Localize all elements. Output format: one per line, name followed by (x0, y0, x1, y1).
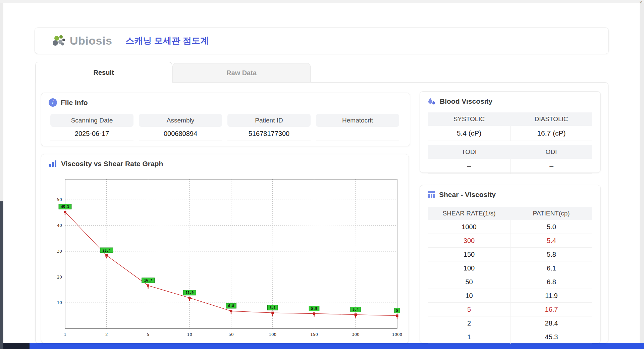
table-row: 5 16.7 (428, 303, 592, 316)
desktop-edge (0, 201, 3, 349)
svg-text:10: 10 (187, 332, 192, 337)
app-title: 스캐닝 모세관 점도계 (125, 35, 209, 47)
shear-rate-cell: 1000 (428, 220, 510, 234)
svg-text:1000: 1000 (392, 332, 402, 337)
tab-result[interactable]: Result (35, 62, 172, 83)
shear-viscosity-card: Shear - Viscosity SHEAR RATE(1/s) PATIEN… (420, 185, 601, 343)
table-row: 1 45.3 (428, 330, 592, 344)
table-row: 50 6.8 (428, 275, 592, 289)
shear-rate-cell: 2 (428, 316, 510, 330)
svg-text:6.8: 6.8 (228, 304, 234, 308)
patient-cell: 6.8 (510, 275, 592, 289)
field-label: Scanning Date (50, 114, 133, 127)
svg-text:100: 100 (269, 332, 276, 337)
field-label: Patient ID (227, 114, 311, 127)
bv-header-row-2: TODI ODI (428, 145, 592, 159)
svg-text:5.4: 5.4 (353, 308, 359, 311)
table-row: 150 5.8 (428, 248, 592, 261)
field-label: Hematocrit (316, 114, 399, 127)
svg-text:30: 30 (57, 249, 62, 254)
close-icon[interactable]: × (639, 0, 642, 5)
svg-text:300: 300 (352, 332, 360, 337)
svg-text:50: 50 (228, 332, 233, 337)
diastolic-label: DIASTOLIC (510, 112, 592, 126)
odi-label: ODI (510, 145, 592, 159)
svg-text:28.4: 28.4 (103, 249, 111, 252)
graph-title: Viscosity vs Shear Rate Graph (41, 154, 409, 168)
top-strip (0, 0, 644, 3)
shear-rate-cell: 1 (428, 330, 510, 344)
table-row: 1000 5.0 (428, 220, 592, 234)
table-row: 300 5.4 (428, 234, 592, 248)
patient-cell: 28.4 (510, 316, 592, 330)
shear-rate-cell: 10 (428, 289, 510, 303)
odi-value: – (510, 159, 592, 174)
droplets-icon (427, 97, 436, 106)
blood-viscosity-table: SYSTOLIC DIASTOLIC 5.4 (cP) 16.7 (cP) TO… (428, 112, 592, 174)
field-value: 2025-06-17 (50, 127, 133, 141)
svg-text:5.8: 5.8 (311, 307, 317, 310)
info-icon: i (49, 98, 57, 107)
file-info-title: i File Info (41, 93, 410, 107)
logo-dots-icon (52, 34, 68, 48)
app-window: Ubiosis 스캐닝 모세관 점도계 Result Raw Data i Fi… (3, 3, 640, 343)
table-row: 2 28.4 (428, 316, 592, 330)
svg-text:2: 2 (105, 332, 108, 337)
svg-text:16.7: 16.7 (144, 279, 152, 282)
patient-cell: 5.4 (510, 234, 592, 248)
bv-value-row-2: – – (428, 159, 592, 174)
tab-raw-data[interactable]: Raw Data (172, 63, 311, 82)
table-row: 100 6.1 (428, 261, 592, 275)
field-hematocrit: Hematocrit (316, 114, 399, 141)
screen: × Ubiosis 스캐닝 모세관 점도계 Result Raw Data (0, 0, 644, 349)
bv-header-row: SYSTOLIC DIASTOLIC (428, 112, 592, 126)
logo-text: Ubiosis (70, 34, 112, 47)
field-value: 51678177300 (227, 127, 311, 141)
patient-cell: 5.8 (510, 248, 592, 261)
patient-cell: 11.9 (510, 289, 592, 303)
svg-text:150: 150 (310, 332, 318, 337)
file-info-fields: Scanning Date 2025-06-17 Assembly 000680… (50, 114, 399, 141)
patient-cell: 16.7 (510, 303, 592, 316)
systolic-label: SYSTOLIC (428, 112, 510, 126)
blood-viscosity-card: Blood Viscosity SYSTOLIC DIASTOLIC 5.4 (… (420, 91, 601, 173)
svg-text:5: 5 (396, 309, 398, 312)
viscosity-graph-card: Viscosity vs Shear Rate Graph 1020304050… (41, 154, 409, 343)
shear-rate-cell: 100 (428, 261, 510, 275)
patient-cell: 45.3 (510, 330, 592, 344)
diastolic-value: 16.7 (cP) (510, 126, 592, 141)
patient-column-header: PATIENT(cp) (510, 207, 592, 220)
svg-text:45.3: 45.3 (61, 205, 69, 209)
sv-header-row: SHEAR RATE(1/s) PATIENT(cp) (428, 207, 592, 220)
bar-chart-icon (49, 160, 57, 168)
blood-viscosity-title-text: Blood Viscosity (440, 97, 492, 105)
svg-text:1: 1 (64, 332, 66, 337)
svg-text:6.1: 6.1 (270, 306, 276, 310)
header-card: Ubiosis 스캐닝 모세관 점도계 (35, 28, 609, 54)
field-label: Assembly (139, 114, 222, 127)
viscosity-shear-chart: 10203040501251050100150300100045.328.416… (41, 173, 409, 343)
shear-viscosity-title: Shear - Viscosity (420, 185, 600, 199)
field-scanning-date: Scanning Date 2025-06-17 (50, 114, 133, 141)
shear-viscosity-title-text: Shear - Viscosity (439, 191, 496, 199)
svg-text:10: 10 (57, 300, 62, 305)
shear-rate-cell: 5 (428, 303, 510, 316)
graph-title-text: Viscosity vs Shear Rate Graph (61, 160, 163, 168)
field-assembly: Assembly 000680894 (139, 114, 222, 141)
field-value: 000680894 (139, 127, 222, 141)
svg-text:40: 40 (57, 223, 62, 228)
shear-rate-cell: 300 (428, 234, 510, 248)
patient-cell: 6.1 (510, 261, 592, 275)
field-patient-id: Patient ID 51678177300 (227, 114, 311, 141)
todi-value: – (428, 159, 510, 174)
table-row: 10 11.9 (428, 289, 592, 303)
bv-value-row: 5.4 (cP) 16.7 (cP) (428, 126, 592, 141)
ubiosis-logo: Ubiosis (52, 34, 112, 48)
shear-rate-cell: 50 (428, 275, 510, 289)
file-info-card: i File Info Scanning Date 2025-06-17 Ass… (41, 93, 410, 146)
shear-rate-column-header: SHEAR RATE(1/s) (428, 207, 510, 220)
svg-text:11.9: 11.9 (185, 291, 194, 295)
systolic-value: 5.4 (cP) (428, 126, 510, 141)
svg-text:50: 50 (57, 197, 62, 202)
svg-text:20: 20 (57, 275, 62, 280)
